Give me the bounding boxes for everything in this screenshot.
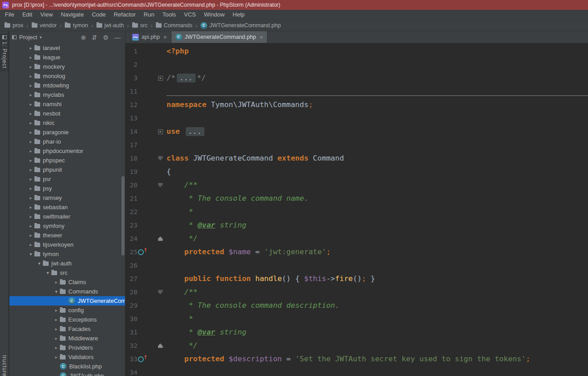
tree-collapsed-arrow-icon[interactable]: ▸: [27, 186, 34, 191]
locate-file-icon[interactable]: ⊕: [81, 34, 86, 41]
menu-item-file[interactable]: File: [1, 10, 18, 20]
tree-collapsed-arrow-icon[interactable]: ▸: [27, 167, 34, 172]
tree-expanded-arrow-icon[interactable]: ▾: [36, 261, 43, 266]
tab-close-icon[interactable]: ×: [259, 34, 263, 41]
breadcrumb-src[interactable]: src: [132, 22, 148, 29]
tree-item-JWTAuth.php[interactable]: JWTAuth.php: [9, 371, 125, 376]
tree-item-Blacklist.php[interactable]: Blacklist.php: [9, 362, 125, 371]
tree-collapsed-arrow-icon[interactable]: ▸: [53, 345, 60, 350]
tree-item-Claims[interactable]: ▸Claims: [9, 277, 125, 287]
tree-collapsed-arrow-icon[interactable]: ▸: [27, 120, 34, 125]
breadcrumb-prox[interactable]: prox: [4, 22, 23, 29]
tree-item-jwt-auth[interactable]: ▾jwt-auth: [9, 259, 125, 268]
breadcrumb-jwt-auth[interactable]: jwt-auth: [96, 22, 124, 29]
menu-item-run[interactable]: Run: [140, 10, 158, 20]
fold-end-icon[interactable]: [158, 236, 163, 241]
settings-gear-icon[interactable]: ⚙: [103, 34, 108, 41]
breadcrumb-tymon[interactable]: tymon: [65, 22, 88, 29]
tree-item-paragonie[interactable]: ▸paragonie: [9, 128, 125, 137]
tree-item-phar-io[interactable]: ▸phar-io: [9, 137, 125, 146]
tree-expanded-arrow-icon[interactable]: ▾: [53, 289, 60, 294]
tree-item-myclabs[interactable]: ▸myclabs: [9, 90, 125, 99]
tree-collapsed-arrow-icon[interactable]: ▸: [53, 308, 60, 313]
tree-collapsed-arrow-icon[interactable]: ▸: [27, 177, 34, 182]
hide-panel-icon[interactable]: —: [114, 34, 121, 41]
tree-expanded-arrow-icon[interactable]: ▾: [27, 252, 34, 256]
tree-collapsed-arrow-icon[interactable]: ▸: [27, 149, 34, 153]
menu-item-edit[interactable]: Edit: [18, 10, 36, 20]
chevron-down-icon[interactable]: ▾: [39, 35, 42, 40]
tree-item-Validators[interactable]: ▸Validators: [9, 352, 125, 362]
tree-collapsed-arrow-icon[interactable]: ▸: [27, 55, 34, 60]
tree-collapsed-arrow-icon[interactable]: ▸: [27, 130, 34, 135]
menu-item-refactor[interactable]: Refactor: [110, 10, 140, 20]
tree-item-config[interactable]: ▸config: [9, 306, 125, 315]
tree-item-swiftmailer[interactable]: ▸swiftmailer: [9, 212, 125, 221]
breadcrumb-vendor[interactable]: vendor: [32, 22, 57, 29]
tree-collapsed-arrow-icon[interactable]: ▸: [53, 326, 60, 331]
tree-item-mockery[interactable]: ▸mockery: [9, 62, 125, 71]
tree-item-sebastian[interactable]: ▸sebastian: [9, 202, 125, 212]
tree-collapsed-arrow-icon[interactable]: ▸: [27, 205, 34, 210]
fold-open-icon[interactable]: [158, 290, 163, 294]
tree-item-symfony[interactable]: ▸symfony: [9, 221, 125, 231]
tree-item-Exceptions[interactable]: ▸Exceptions: [9, 315, 125, 324]
tree-collapsed-arrow-icon[interactable]: ▸: [27, 45, 34, 50]
fold-expand-icon[interactable]: +: [158, 76, 163, 81]
folded-region[interactable]: ...: [186, 127, 204, 136]
tree-collapsed-arrow-icon[interactable]: ▸: [27, 158, 34, 163]
fold-expand-icon[interactable]: +: [158, 129, 163, 134]
tree-item-theseer[interactable]: ▸theseer: [9, 231, 125, 240]
tree-item-Commands[interactable]: ▾Commands: [9, 287, 125, 296]
tree-collapsed-arrow-icon[interactable]: ▸: [27, 64, 34, 69]
breadcrumb-Commands[interactable]: Commands: [156, 22, 192, 29]
tree-item-src[interactable]: ▾src: [9, 268, 125, 277]
tool-button-structure[interactable]: Structure: [0, 355, 8, 376]
editor[interactable]: 1<?php23+/*...*/1112namespace Tymon\JWTA…: [125, 43, 588, 376]
tree-collapsed-arrow-icon[interactable]: ▸: [27, 223, 34, 228]
breadcrumb-JWTGenerateCommand.php[interactable]: JWTGenerateCommand.php: [200, 22, 281, 29]
tree-item-ramsey[interactable]: ▸ramsey: [9, 193, 125, 202]
tree-item-phpdocumentor[interactable]: ▸phpdocumentor: [9, 146, 125, 156]
menu-item-navigate[interactable]: Navigate: [57, 10, 88, 20]
project-panel-title[interactable]: Project: [19, 34, 37, 41]
tree-collapsed-arrow-icon[interactable]: ▸: [53, 336, 60, 341]
collapse-all-icon[interactable]: ⇵: [92, 34, 97, 41]
tree-collapsed-arrow-icon[interactable]: ▸: [27, 242, 34, 247]
project-tree[interactable]: ▸laravel▸league▸mockery▸monolog▸mtdowlin…: [9, 43, 125, 376]
tree-collapsed-arrow-icon[interactable]: ▸: [27, 195, 34, 200]
tree-expanded-arrow-icon[interactable]: ▾: [44, 270, 51, 275]
tree-item-phpspec[interactable]: ▸phpspec: [9, 156, 125, 165]
override-marker-icon[interactable]: ↑: [138, 356, 147, 362]
tree-item-nikic[interactable]: ▸nikic: [9, 118, 125, 128]
tree-item-Middleware[interactable]: ▸Middleware: [9, 334, 125, 343]
folded-region[interactable]: ...: [177, 74, 196, 83]
menu-item-view[interactable]: View: [36, 10, 57, 20]
tree-item-mtdowling[interactable]: ▸mtdowling: [9, 81, 125, 90]
fold-open-icon[interactable]: [158, 156, 163, 161]
tree-item-laravel[interactable]: ▸laravel: [9, 43, 125, 53]
override-marker-icon[interactable]: ↑: [138, 249, 147, 255]
tree-item-nesbot[interactable]: ▸nesbot: [9, 109, 125, 118]
tree-item-Providers[interactable]: ▸Providers: [9, 343, 125, 352]
tab-close-icon[interactable]: ×: [163, 34, 167, 41]
tree-collapsed-arrow-icon[interactable]: ▸: [27, 83, 34, 88]
project-scrollbar-thumb[interactable]: [121, 176, 125, 256]
menu-item-code[interactable]: Code: [88, 10, 110, 20]
tree-item-psr[interactable]: ▸psr: [9, 174, 125, 184]
tree-item-phpunit[interactable]: ▸phpunit: [9, 165, 125, 174]
tree-item-tijsverkoyen[interactable]: ▸tijsverkoyen: [9, 240, 125, 249]
tree-collapsed-arrow-icon[interactable]: ▸: [27, 102, 34, 107]
fold-open-icon[interactable]: [158, 183, 163, 187]
tree-collapsed-arrow-icon[interactable]: ▸: [27, 214, 34, 219]
tree-collapsed-arrow-icon[interactable]: ▸: [53, 317, 60, 322]
tree-collapsed-arrow-icon[interactable]: ▸: [27, 92, 34, 97]
tree-collapsed-arrow-icon[interactable]: ▸: [27, 111, 34, 116]
tree-item-monolog[interactable]: ▸monolog: [9, 71, 125, 81]
tree-item-league[interactable]: ▸league: [9, 53, 125, 62]
tree-item-psy[interactable]: ▸psy: [9, 184, 125, 193]
menu-item-tools[interactable]: Tools: [158, 10, 180, 20]
tab-api.php[interactable]: api.php×: [128, 31, 171, 43]
menu-item-help[interactable]: Help: [229, 10, 249, 20]
tree-collapsed-arrow-icon[interactable]: ▸: [27, 74, 34, 79]
